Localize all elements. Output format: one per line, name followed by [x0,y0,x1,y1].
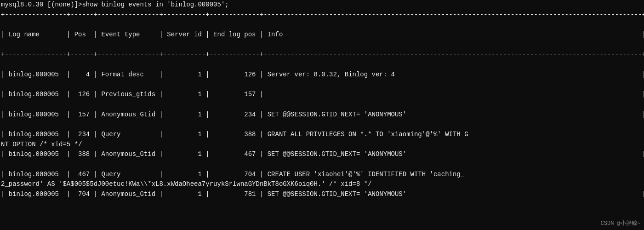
terminal-line: | binlog.000005 | 467 | Query | 1 | 704 … [0,170,644,180]
terminal-line: | [0,160,644,170]
terminal-line: | [0,100,644,110]
terminal-line: | binlog.000005 | 704 | Anonymous_Gtid |… [0,190,644,200]
terminal-line: | binlog.000005 | 157 | Anonymous_Gtid |… [0,110,644,120]
terminal-line: | [0,20,644,30]
terminal-line: | [0,60,644,70]
terminal: mysql8.0.30 [(none)]>show binlog events … [0,0,644,230]
terminal-line: +----------------+------+---------------… [0,50,644,60]
terminal-line: | Log_name | Pos | Event_type | Server_i… [0,30,644,40]
terminal-line: | binlog.000005 | 234 | Query | 1 | 388 … [0,130,644,140]
watermark: CSDN @小胖鲸~ [601,219,640,227]
terminal-line: 2_password' AS '$A$005$5dJ00etuc!KWa\\*x… [0,179,644,190]
terminal-line: +----------------+------+---------------… [0,10,644,20]
terminal-line: | [0,120,644,130]
terminal-line: | [0,40,644,50]
terminal-line: NT OPTION /* xid=5 */ [0,140,644,150]
terminal-line: | binlog.000005 | 4 | Format_desc | 1 | … [0,70,644,80]
terminal-line: | [0,80,644,90]
terminal-line: | binlog.000005 | 388 | Anonymous_Gtid |… [0,150,644,160]
terminal-line: | binlog.000005 | 126 | Previous_gtids |… [0,90,644,100]
terminal-line: mysql8.0.30 [(none)]>show binlog events … [0,0,644,10]
